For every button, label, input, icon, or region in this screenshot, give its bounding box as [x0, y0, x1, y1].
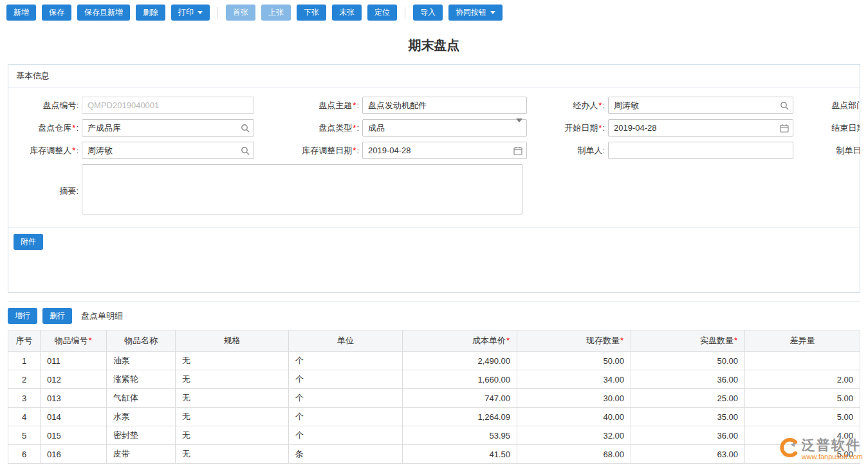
cell-stock-qty[interactable]: 30.00: [517, 389, 631, 408]
field-adjust-date: 库存调整日期*:: [254, 142, 527, 159]
save-button[interactable]: 保存: [42, 5, 71, 21]
cell-actual-qty[interactable]: 35.00: [631, 408, 745, 426]
cell-item-code[interactable]: 011: [41, 352, 107, 370]
cell-unit-cost[interactable]: 41.50: [403, 445, 517, 464]
import-button[interactable]: 导入: [413, 5, 443, 21]
creator-input[interactable]: [608, 142, 793, 159]
cell-item-code[interactable]: 012: [41, 370, 107, 389]
calendar-icon[interactable]: [780, 124, 789, 133]
cell-actual-qty[interactable]: 25.00: [631, 389, 745, 408]
creator-label: 制单人:: [527, 145, 608, 157]
save-and-new-button[interactable]: 保存且新增: [77, 5, 130, 21]
cell-actual-qty[interactable]: 63.00: [631, 445, 745, 464]
inventory-subject-input[interactable]: [362, 97, 527, 114]
field-creator: 制单人:: [527, 142, 793, 159]
first-record-button[interactable]: 首张: [226, 5, 255, 21]
summary-label: 摘要:: [10, 185, 82, 197]
cell-item-code[interactable]: 013: [41, 389, 107, 408]
cell-stock-qty[interactable]: 34.00: [517, 370, 631, 389]
next-record-button[interactable]: 下张: [297, 5, 326, 21]
department-label: 盘点部门*:: [793, 100, 860, 111]
cell-item-name[interactable]: 皮带: [107, 445, 176, 464]
cell-spec: 无: [176, 445, 289, 464]
cell-unit-cost[interactable]: 2,490.00: [403, 352, 517, 370]
calendar-icon[interactable]: [513, 146, 522, 155]
cell-stock-qty[interactable]: 68.00: [517, 445, 631, 464]
cell-unit-cost[interactable]: 747.00: [403, 389, 517, 408]
chevron-down-icon: [490, 11, 495, 14]
cell-item-name[interactable]: 涨紧轮: [107, 370, 176, 389]
basic-info-section-title: 基本信息: [8, 65, 860, 88]
chevron-down-icon: [198, 11, 203, 14]
search-icon[interactable]: [780, 101, 789, 110]
end-date-label: 结束日期*:: [793, 122, 860, 134]
cell-actual-qty[interactable]: 50.00: [631, 352, 745, 370]
cell-difference: 5.00: [745, 389, 860, 408]
table-row: 1 011 油泵 无 个 2,490.00 50.00 50.00: [8, 352, 860, 370]
cell-item-code[interactable]: 014: [41, 408, 107, 426]
summary-textarea[interactable]: [82, 164, 522, 214]
cell-stock-qty[interactable]: 32.00: [517, 426, 631, 445]
delete-row-button[interactable]: 删行: [42, 308, 72, 324]
inventory-type-select[interactable]: 成品: [362, 119, 527, 137]
cell-item-code[interactable]: 015: [41, 426, 107, 445]
attachment-button[interactable]: 附件: [14, 234, 43, 250]
adjuster-input[interactable]: [82, 142, 254, 159]
cell-item-name[interactable]: 密封垫: [107, 426, 176, 445]
detail-section: 增行 删行 盘点单明细 序号 物品编号* 物品名称 规格 单位 成本单价* 现存…: [8, 301, 860, 464]
search-icon[interactable]: [241, 146, 250, 155]
cell-actual-qty[interactable]: 36.00: [631, 426, 745, 445]
toolbar: 新增 保存 保存且新增 删除 打印 首张 上张 下张 末张 定位 导入 协同按钮: [0, 0, 868, 25]
detail-table: 序号 物品编号* 物品名称 规格 单位 成本单价* 现存数量* 实盘数量* 差异…: [8, 330, 860, 464]
collaborate-button[interactable]: 协同按钮: [448, 5, 503, 21]
locate-button[interactable]: 定位: [367, 5, 397, 21]
cell-item-name[interactable]: 气缸体: [107, 389, 176, 408]
cell-stock-qty[interactable]: 40.00: [517, 408, 631, 426]
attachment-empty-area: [14, 250, 854, 292]
toolbar-divider: [217, 7, 218, 19]
cell-unit: 个: [289, 408, 403, 426]
cell-actual-qty[interactable]: 36.00: [631, 370, 745, 389]
attachment-area: 附件: [8, 227, 860, 292]
cell-spec: 无: [176, 352, 289, 370]
cell-unit-cost[interactable]: 1,660.00: [403, 370, 517, 389]
cell-item-name[interactable]: 油泵: [107, 352, 176, 370]
cell-seq: 3: [8, 389, 41, 408]
cell-item-code[interactable]: 016: [41, 445, 107, 464]
cell-item-name[interactable]: 水泵: [107, 408, 176, 426]
basic-info-fields: 盘点编号: 盘点主题*: 经办人*: 盘点部门*:: [8, 88, 860, 227]
inventory-type-label: 盘点类型*:: [254, 122, 362, 134]
cell-unit-cost[interactable]: 53.95: [403, 426, 517, 445]
prev-record-button[interactable]: 上张: [261, 5, 291, 21]
cell-stock-qty[interactable]: 50.00: [517, 352, 631, 370]
cell-difference: 5.00: [745, 445, 860, 464]
last-record-button[interactable]: 末张: [332, 5, 362, 21]
delete-button[interactable]: 删除: [136, 5, 165, 21]
cell-unit: 个: [289, 426, 403, 445]
start-date-input[interactable]: [608, 119, 793, 137]
cell-unit: 个: [289, 370, 403, 389]
cell-unit-cost[interactable]: 1,264.09: [403, 408, 517, 426]
table-header-row: 序号 物品编号* 物品名称 规格 单位 成本单价* 现存数量* 实盘数量* 差异…: [8, 330, 860, 352]
col-header-difference: 差异量: [745, 330, 860, 352]
handler-input[interactable]: [608, 97, 793, 114]
col-header-spec: 规格: [176, 330, 289, 352]
col-header-item-code: 物品编号*: [41, 330, 107, 352]
col-header-seq: 序号: [8, 330, 41, 352]
start-date-label: 开始日期*:: [527, 122, 608, 134]
inventory-code-input: [82, 97, 254, 114]
add-row-button[interactable]: 增行: [8, 308, 37, 324]
cell-spec: 无: [176, 370, 289, 389]
print-button[interactable]: 打印: [171, 5, 210, 21]
adjust-date-input[interactable]: [362, 142, 527, 159]
print-label: 打印: [178, 7, 194, 18]
new-button[interactable]: 新增: [6, 5, 36, 21]
table-row: 5 015 密封垫 无 个 53.95 32.00 36.00 4.00: [8, 426, 860, 445]
warehouse-input[interactable]: [82, 119, 254, 137]
cell-spec: 无: [176, 389, 289, 408]
adjuster-label: 库存调整人*:: [10, 145, 82, 157]
adjust-date-label: 库存调整日期*:: [254, 145, 362, 157]
col-header-stock-qty: 现存数量*: [517, 330, 631, 352]
field-end-date: 结束日期*:: [793, 119, 860, 137]
search-icon[interactable]: [241, 124, 250, 133]
